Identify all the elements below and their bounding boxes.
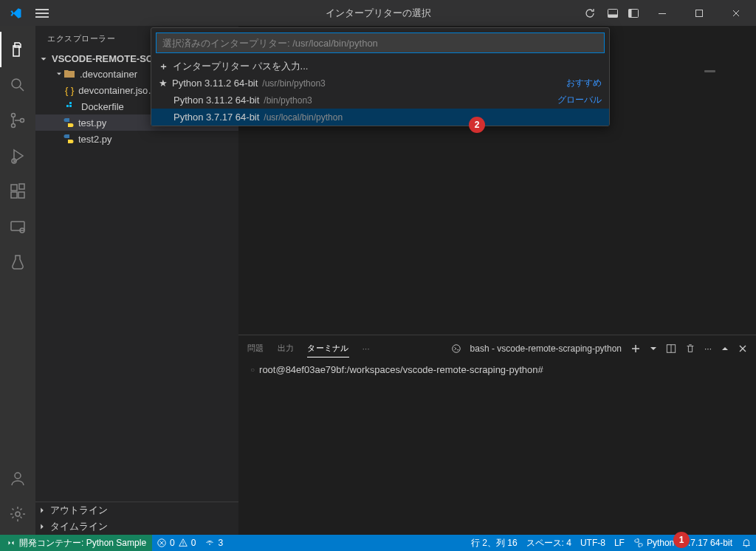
folder-label: .devcontainer — [80, 69, 137, 80]
svg-point-12 — [12, 114, 16, 117]
svg-rect-25 — [69, 105, 72, 107]
terminal-panel: 問題 出力 ターミナル ··· bash - vscode-remote-scr… — [238, 335, 756, 535]
minimize-button[interactable] — [645, 0, 679, 26]
docker-icon — [65, 102, 77, 111]
outline-label: アウトライン — [50, 504, 108, 517]
terminal-marker-icon: ○ — [250, 366, 255, 374]
layout-panel-icon[interactable] — [604, 0, 622, 26]
activity-source-control[interactable] — [0, 103, 35, 138]
file-test2-py[interactable]: test2.py — [35, 131, 238, 147]
terminal-body[interactable]: ○ root@84ef03ae79bf:/workspaces/vscode-r… — [238, 361, 756, 535]
folder-icon — [63, 69, 75, 79]
python-icon — [63, 117, 74, 128]
interpreter-quick-pick: ＋ インタープリター パスを入力... ★ Python 3.11.2 64-b… — [151, 27, 610, 126]
interpreter-label: Python 3.11.2 64-bit — [172, 78, 258, 89]
interpreter-path: /bin/python3 — [264, 95, 312, 106]
file-label: devcontainer.jso… — [78, 85, 157, 96]
interpreter-option-1[interactable]: Python 3.11.2 64-bit /bin/python3 グローバル — [151, 92, 609, 109]
panel-tabs: 問題 出力 ターミナル ··· bash - vscode-remote-scr… — [238, 335, 756, 361]
interpreter-tag: おすすめ — [566, 77, 602, 89]
activity-remote[interactable] — [0, 209, 35, 244]
interpreter-label: Python 3.7.17 64-bit — [173, 112, 259, 123]
svg-rect-4 — [659, 13, 666, 14]
activity-settings[interactable] — [0, 496, 35, 532]
terminal-name[interactable]: bash - vscode-remote-scraping-python — [470, 343, 622, 354]
interpreter-tag: グローバル — [557, 94, 602, 106]
tab-problems[interactable]: 問題 — [247, 340, 264, 357]
tab-more-icon[interactable]: ··· — [362, 341, 370, 356]
status-bell-icon[interactable] — [737, 535, 756, 551]
panel-more-icon[interactable]: ··· — [704, 343, 712, 354]
tab-output[interactable]: 出力 — [278, 340, 295, 357]
terminal-prompt: root@84ef03ae79bf:/workspaces/vscode-rem… — [259, 364, 543, 375]
close-panel-icon[interactable] — [738, 344, 747, 353]
status-cursor[interactable]: 行 2、列 16 — [467, 535, 522, 551]
svg-rect-18 — [18, 192, 24, 198]
status-encoding[interactable]: UTF-8 — [576, 535, 610, 551]
file-label: test2.py — [78, 134, 112, 145]
status-spaces[interactable]: スペース: 4 — [522, 535, 576, 551]
interpreter-option-2[interactable]: Python 3.7.17 64-bit /usr/local/bin/pyth… — [151, 109, 609, 126]
chevron-down-icon[interactable] — [650, 345, 657, 352]
status-eol[interactable]: LF — [610, 535, 629, 551]
hamburger-menu-icon[interactable] — [28, 13, 56, 14]
svg-rect-5 — [696, 10, 703, 16]
timeline-label: タイムライン — [50, 520, 108, 533]
tab-terminal[interactable]: ターミナル — [307, 340, 349, 357]
status-problems[interactable]: 0 0 — [152, 535, 200, 551]
warning-count: 0 — [191, 538, 196, 548]
annotation-badge-1: 1 — [673, 532, 690, 548]
svg-rect-24 — [66, 105, 69, 107]
title-bar: インタープリターの選択 — [0, 0, 756, 26]
close-window-button[interactable] — [719, 0, 753, 26]
layout-sidebar-icon[interactable] — [625, 0, 642, 26]
svg-point-31 — [210, 544, 211, 545]
activity-bar — [0, 26, 35, 535]
enter-interpreter-path[interactable]: ＋ インタープリター パスを入力... — [151, 58, 609, 75]
python-icon — [63, 134, 74, 144]
svg-point-22 — [15, 473, 21, 479]
json-icon: { } — [65, 85, 74, 96]
file-label: test.py — [78, 117, 106, 129]
svg-rect-3 — [629, 9, 632, 17]
status-language[interactable]: Python — [629, 535, 678, 551]
svg-rect-1 — [608, 14, 618, 17]
activity-search[interactable] — [0, 67, 35, 103]
activity-extensions[interactable] — [0, 174, 35, 209]
outline-section[interactable]: アウトライン — [35, 502, 238, 519]
minimap[interactable] — [704, 70, 715, 72]
file-tree: .devcontainer { } devcontainer.jso… Dock… — [35, 66, 238, 502]
interpreter-label: Python 3.11.2 64-bit — [173, 95, 259, 106]
vscode-logo-icon — [9, 7, 22, 20]
activity-testing[interactable] — [0, 244, 35, 280]
plus-icon: ＋ — [159, 60, 168, 73]
chevron-up-icon[interactable] — [721, 344, 729, 353]
status-remote[interactable]: 開発コンテナー: Python Sample — [0, 535, 152, 551]
interpreter-option-0[interactable]: ★ Python 3.11.2 64-bit /usr/bin/python3 … — [151, 75, 609, 92]
svg-point-14 — [21, 119, 24, 123]
split-terminal-icon[interactable] — [666, 343, 676, 354]
annotation-badge-2: 2 — [469, 117, 485, 133]
maximize-button[interactable] — [682, 0, 716, 26]
quick-pick-input[interactable] — [156, 32, 605, 53]
svg-rect-20 — [11, 222, 24, 230]
command-center-title[interactable]: インタープリターの選択 — [326, 7, 431, 20]
enter-path-label: インタープリター パスを入力... — [173, 60, 308, 73]
star-icon: ★ — [159, 78, 168, 89]
status-bar: 開発コンテナー: Python Sample 0 0 3 行 2、列 16 スペ… — [0, 535, 756, 551]
interpreter-path: /usr/local/bin/python — [264, 112, 343, 123]
remote-label: 開発コンテナー: Python Sample — [19, 537, 146, 550]
reload-icon[interactable] — [579, 0, 601, 26]
trash-icon[interactable] — [685, 343, 695, 354]
svg-rect-26 — [69, 102, 72, 104]
svg-point-13 — [12, 124, 16, 128]
activity-accounts[interactable] — [0, 461, 35, 496]
status-ports[interactable]: 3 — [200, 535, 227, 551]
activity-debug[interactable] — [0, 138, 35, 174]
new-terminal-icon[interactable] — [630, 343, 641, 354]
activity-explorer[interactable] — [0, 32, 35, 67]
svg-point-11 — [12, 79, 21, 88]
svg-rect-16 — [11, 185, 17, 191]
timeline-section[interactable]: タイムライン — [35, 519, 238, 535]
svg-rect-17 — [11, 192, 17, 198]
